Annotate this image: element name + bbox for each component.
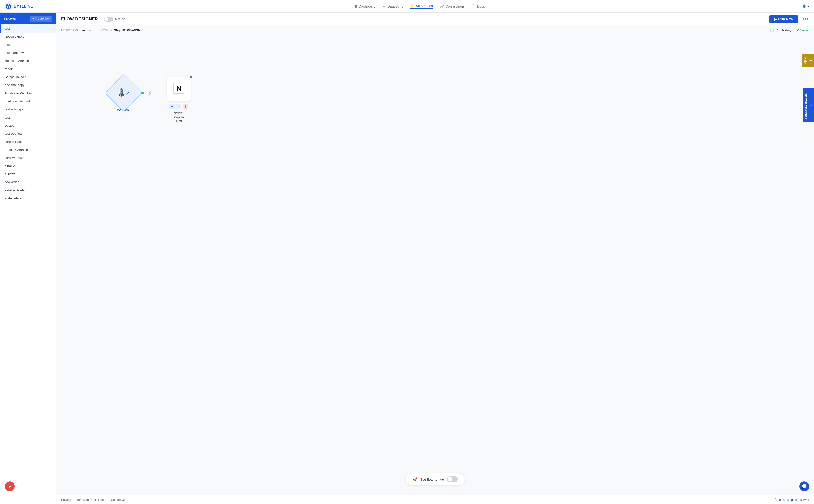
- sidebar-item-scrapwe-tewst[interactable]: scrapwe tewst: [0, 154, 56, 162]
- rocket-icon: 🚀: [413, 477, 418, 482]
- sidebar-item-flow-order[interactable]: flow order: [0, 178, 56, 186]
- webhook-active-dot: [141, 92, 144, 94]
- chat-bubble[interactable]: 💬: [799, 481, 809, 491]
- nav-docs[interactable]: 📄 Docs: [471, 4, 485, 8]
- nav-automation[interactable]: ⚡ Automation: [410, 4, 433, 9]
- chevron-down-icon: ▾: [807, 4, 809, 8]
- live-toggle[interactable]: [104, 17, 113, 22]
- notion-delete-button[interactable]: 🗑: [183, 104, 188, 109]
- toggle-knob: [104, 17, 108, 21]
- nav-links: ⊞ Dashboard ↔ Data Sync ⚡ Automation 🔗 C…: [45, 4, 794, 9]
- more-options-button[interactable]: •••: [802, 15, 809, 23]
- canvas-inner: 🚀 → Webhook ⚡ ▶: [56, 35, 814, 495]
- play-icon: ▶: [774, 17, 777, 21]
- dashboard-icon: ⊞: [354, 4, 357, 8]
- sidebar: FLOWS + Create flow test Notion export t…: [0, 13, 56, 504]
- flow-name-value: test: [81, 29, 86, 32]
- sidebar-item-notion-export[interactable]: Notion export: [0, 33, 56, 41]
- footer: Privacy Terms and Conditions Contact Us …: [56, 495, 814, 504]
- help-icon: ?: [809, 60, 812, 61]
- nav-right: 👤 ▾: [802, 4, 809, 8]
- flow-id-value: XbghxDxPFVeNXb: [114, 29, 140, 32]
- footer-links: Privacy Terms and Conditions Contact Us: [61, 498, 126, 502]
- sidebar-item-reddit[interactable]: reddit: [0, 65, 56, 73]
- sidebar-item-test[interactable]: test: [0, 24, 56, 33]
- flow-designer-title: FLOW DESIGNER: [61, 17, 98, 22]
- sidebar-item-one-time-copy[interactable]: one time copy: [0, 81, 56, 89]
- nav-dashboard[interactable]: ⊞ Dashboard: [354, 4, 376, 8]
- run-history-button[interactable]: 🕐 Run history: [770, 28, 791, 32]
- privacy-link[interactable]: Privacy: [61, 498, 71, 502]
- notion-add-button[interactable]: +: [169, 104, 175, 109]
- create-flow-button[interactable]: + Create flow: [30, 16, 52, 22]
- saved-badge: ✔ Saved: [796, 28, 809, 32]
- set-live-label: Set flow to live: [420, 477, 444, 481]
- sidebar-item-airtable-delete[interactable]: airtable delete: [0, 186, 56, 194]
- rate-tab[interactable]: ☺ Rate your experience: [803, 88, 814, 122]
- not-live-label: Not live: [115, 17, 126, 21]
- webhook-diamond[interactable]: 🚀 →: [105, 74, 143, 112]
- svg-text:N: N: [176, 84, 181, 92]
- docs-icon: 📄: [471, 4, 476, 8]
- connections-icon: 🔗: [440, 4, 444, 8]
- automation-icon: ⚡: [410, 4, 414, 8]
- nav-data-sync[interactable]: ↔ Data Sync: [383, 4, 403, 8]
- sidebar-title: FLOWS: [4, 17, 17, 21]
- sidebar-item-notion-airtable[interactable]: Notion to Airtable: [0, 57, 56, 65]
- sidebar-item-scrape-linkedin[interactable]: Scrape linkedin: [0, 73, 56, 81]
- flow-name-meta: FLOW NAME: test ✏: [61, 28, 92, 32]
- sidebar-item-bl-flows[interactable]: bl flows: [0, 170, 56, 178]
- live-toggle-group: Not live: [104, 17, 126, 22]
- user-icon: 👤: [802, 4, 806, 8]
- contact-link[interactable]: Contact Us: [111, 498, 125, 502]
- sync-icon: ↔: [383, 4, 386, 8]
- notification-icon: ●: [9, 484, 11, 489]
- sidebar-item-airtable-webflow[interactable]: Airtable to Webflow: [0, 89, 56, 97]
- content-area: FLOW DESIGNER Not live ▶ Run Now ••• FLO…: [56, 13, 814, 504]
- sidebar-item-test3[interactable]: test: [0, 113, 56, 121]
- main-layout: FLOWS + Create flow test Notion export t…: [0, 13, 814, 504]
- notion-node[interactable]: N + ✏ 🗑 Notion - Page to HTML: [167, 77, 191, 123]
- sidebar-item-airtable[interactable]: airtable: [0, 162, 56, 170]
- sidebar-item-test-webflow[interactable]: test webflow: [0, 130, 56, 138]
- sidebar-item-test-echo-api[interactable]: test echo api: [0, 105, 56, 113]
- flow-actions: 🕐 Run history ✔ Saved: [770, 28, 809, 32]
- sidebar-item-acrte-delete[interactable]: acrte delete: [0, 194, 56, 202]
- notification-bubble[interactable]: ●: [5, 481, 15, 491]
- flow-id-label: FLOW ID:: [99, 29, 112, 32]
- sidebar-item-scrpae-issue[interactable]: scrpae issue: [0, 138, 56, 146]
- sidebar-list: test Notion export test test markdown No…: [0, 24, 56, 504]
- notion-label: Notion - Page to HTML: [174, 111, 184, 123]
- help-tab[interactable]: ? Help: [802, 54, 814, 67]
- nav-connections[interactable]: 🔗 Connections: [440, 4, 465, 8]
- sidebar-item-test-markdown[interactable]: test markdown: [0, 49, 56, 57]
- sidebar-item-markdown-html[interactable]: markdown to html: [0, 97, 56, 105]
- notion-dot: [190, 76, 192, 78]
- brand-name: BYTELINE: [14, 4, 33, 9]
- set-live-knob: [447, 477, 452, 482]
- logo[interactable]: BYTELINE: [5, 3, 33, 10]
- webhook-node[interactable]: 🚀 → Webhook: [110, 79, 137, 112]
- history-icon: 🕐: [770, 28, 774, 32]
- user-menu[interactable]: 👤 ▾: [802, 4, 809, 8]
- webhook-icon-group: 🚀 →: [117, 89, 130, 97]
- footer-copyright: © 2023. All rights reserved: [775, 498, 809, 502]
- sidebar-item-scrape[interactable]: scrape: [0, 121, 56, 130]
- flow-sub-header: FLOW NAME: test ✏ FLOW ID: XbghxDxPFVeNX…: [56, 25, 814, 35]
- notion-card[interactable]: N: [167, 77, 191, 101]
- check-icon: ✔: [796, 28, 799, 32]
- set-live-toggle[interactable]: [447, 476, 458, 482]
- sidebar-item-reddit-airtable[interactable]: reddit -> Airtable: [0, 146, 56, 154]
- canvas[interactable]: 🚀 → Webhook ⚡ ▶: [56, 35, 814, 495]
- notion-toolbar: + ✏ 🗑: [169, 104, 188, 109]
- notion-edit-button[interactable]: ✏: [176, 104, 181, 109]
- chat-icon: 💬: [802, 484, 807, 489]
- run-now-button[interactable]: ▶ Run Now: [769, 15, 798, 23]
- sidebar-item-test2[interactable]: test: [0, 41, 56, 49]
- set-flow-live-bar: 🚀 Set flow to live: [406, 473, 465, 485]
- sidebar-header: FLOWS + Create flow: [0, 13, 56, 24]
- terms-link[interactable]: Terms and Conditions: [77, 498, 105, 502]
- edit-flow-name-icon[interactable]: ✏: [89, 28, 92, 32]
- flow-id-meta: FLOW ID: XbghxDxPFVeNXb: [99, 29, 140, 32]
- top-nav: BYTELINE ⊞ Dashboard ↔ Data Sync ⚡ Autom…: [0, 0, 814, 13]
